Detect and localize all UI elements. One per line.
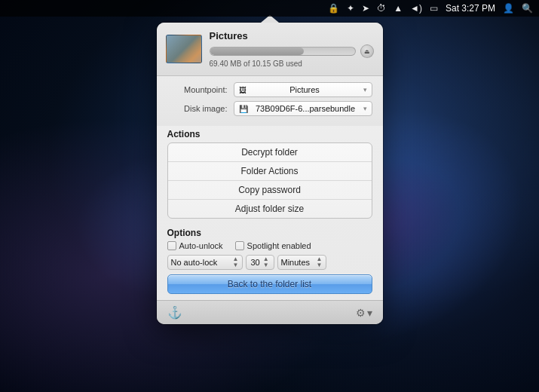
back-button-wrap: Back to the folder list (157, 274, 383, 300)
mountpoint-label: Mountpoint: (167, 85, 228, 94)
lock-icon: 🔒 (328, 3, 339, 14)
progress-bar-wrap (210, 47, 356, 56)
wifi-icon: ▲ (394, 3, 403, 14)
no-autolock-arrows: ▲▼ (233, 256, 239, 268)
volume-icon: ◄) (410, 3, 422, 14)
options-section: Options Auto-unlock Spotlight enabled No… (157, 225, 383, 274)
folder-size: 69.40 MB of 10.15 GB used (210, 60, 374, 68)
action-folder-actions[interactable]: Folder Actions (168, 162, 372, 181)
time-unit-arrows: ▲▼ (317, 256, 323, 268)
folder-info: Pictures ⏏ 69.40 MB of 10.15 GB used (210, 30, 374, 68)
mountpoint-row: Mountpoint: 🖼 Pictures ▾ (167, 82, 372, 97)
mountpoint-icon: 🖼 (239, 86, 247, 94)
spotlight-option: Spotlight enabled (235, 241, 311, 250)
progress-bar-fill (210, 47, 305, 55)
options-title: Options (167, 228, 372, 238)
time-unit-value: Minutes (281, 258, 311, 267)
folder-name: Pictures (210, 30, 374, 41)
popup-footer: ⚓ ⚙ ▾ (157, 300, 383, 324)
location-icon: ➤ (362, 3, 369, 14)
folder-thumbnail (166, 35, 202, 63)
auto-unlock-option: Auto-unlock (167, 241, 223, 250)
user-icon: 👤 (503, 3, 514, 14)
time-number-value: 30 (250, 258, 259, 267)
menubar-time: Sat 3:27 PM (446, 3, 495, 14)
gift-icon: ✦ (347, 3, 354, 14)
progress-container: ⏏ (210, 44, 374, 58)
disk-icon: 💾 (239, 105, 248, 113)
actions-list: Decrypt folder Folder Actions Copy passw… (167, 142, 372, 219)
time-number-select[interactable]: 30 ▲▼ (246, 255, 274, 270)
battery-icon: ▭ (430, 3, 438, 14)
mountpoint-value: Pictures (289, 85, 320, 94)
action-adjust-folder[interactable]: Adjust folder size (168, 200, 372, 218)
mountpoint-chevron: ▾ (363, 86, 367, 93)
actions-section: Actions Decrypt folder Folder Actions Co… (157, 126, 383, 225)
disk-image-select[interactable]: 💾 73B09D6F-6...parsebundle ▾ (234, 101, 372, 116)
disk-image-value: 73B09D6F-6...parsebundle (256, 104, 355, 113)
spotlight-checkbox[interactable] (235, 241, 244, 250)
gear-chevron: ▾ (367, 307, 372, 319)
action-decrypt[interactable]: Decrypt folder (168, 143, 372, 162)
anchor-icon[interactable]: ⚓ (167, 305, 182, 320)
gear-icon: ⚙ (356, 307, 366, 319)
spotlight-label: Spotlight enabled (247, 241, 311, 250)
popup-panel: Pictures ⏏ 69.40 MB of 10.15 GB used Mou… (157, 23, 383, 324)
menubar: 🔒 ✦ ➤ ⏱ ▲ ◄) ▭ Sat 3:27 PM 👤 🔍 (0, 0, 539, 17)
disk-image-chevron: ▾ (363, 105, 367, 112)
fields-section: Mountpoint: 🖼 Pictures ▾ Disk image: 💾 7… (157, 76, 383, 126)
actions-title: Actions (167, 129, 372, 139)
mountpoint-select[interactable]: 🖼 Pictures ▾ (234, 82, 372, 97)
search-icon[interactable]: 🔍 (522, 3, 533, 14)
auto-unlock-checkbox[interactable] (167, 241, 176, 250)
options-checkboxes-row: Auto-unlock Spotlight enabled (167, 241, 372, 250)
auto-unlock-label: Auto-unlock (179, 241, 223, 250)
history-icon: ⏱ (377, 3, 386, 14)
no-autolock-select[interactable]: No auto-lock ▲▼ (167, 255, 243, 270)
eject-button[interactable]: ⏏ (360, 44, 374, 58)
back-to-folder-list-button[interactable]: Back to the folder list (167, 274, 372, 294)
folder-header: Pictures ⏏ 69.40 MB of 10.15 GB used (157, 23, 383, 76)
time-unit-select[interactable]: Minutes ▲▼ (277, 255, 326, 270)
gear-button[interactable]: ⚙ ▾ (356, 307, 372, 319)
time-number-arrows: ▲▼ (263, 256, 269, 268)
autolock-row: No auto-lock ▲▼ 30 ▲▼ Minutes ▲▼ (167, 255, 372, 270)
action-copy-password[interactable]: Copy password (168, 181, 372, 200)
disk-image-label: Disk image: (167, 104, 228, 113)
no-autolock-value: No auto-lock (171, 258, 218, 267)
disk-image-row: Disk image: 💾 73B09D6F-6...parsebundle ▾ (167, 101, 372, 116)
